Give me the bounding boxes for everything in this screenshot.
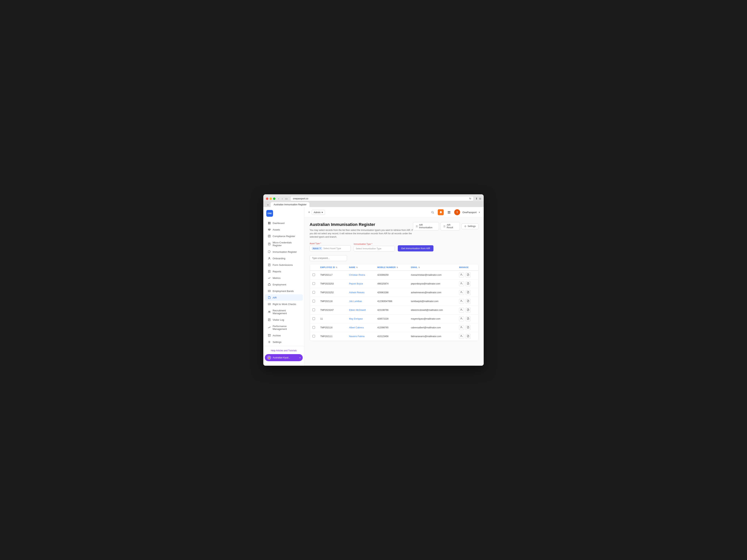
add-person-button[interactable]	[459, 334, 464, 339]
document-button[interactable]	[466, 334, 471, 339]
sidebar-item-employment[interactable]: Employment	[265, 281, 303, 288]
row-checkbox[interactable]	[312, 309, 315, 311]
sidebar-item-onboarding[interactable]: Onboarding	[265, 255, 303, 262]
address-bar[interactable]: onepassport.co ↻	[290, 196, 473, 201]
air-result-tab[interactable]: ☰ AIR Result	[441, 222, 460, 230]
add-person-button[interactable]	[459, 325, 464, 330]
row-checkbox[interactable]	[312, 335, 315, 338]
email-header[interactable]: EMAIL ⇅	[408, 264, 457, 270]
add-person-button[interactable]	[459, 290, 464, 295]
sidebar-toggle-button[interactable]: ▭	[284, 197, 288, 201]
row-checkbox[interactable]	[312, 282, 315, 285]
tab-label: Australian Immunisation Register	[274, 203, 306, 206]
row-checkbox[interactable]	[312, 300, 315, 302]
notification-button[interactable]	[438, 209, 444, 215]
workspace-dropdown[interactable]: Admin ▾	[312, 210, 325, 215]
close-traffic-light[interactable]	[266, 197, 268, 200]
add-person-button[interactable]	[459, 308, 464, 313]
row-checkbox[interactable]	[312, 317, 315, 320]
reload-icon[interactable]: ↻	[469, 197, 471, 200]
name-cell[interactable]: Albert Cabrera	[346, 323, 375, 332]
settings-tab[interactable]: ⚙ Settings	[461, 223, 479, 229]
name-cell[interactable]: Peponi Boyce	[346, 279, 375, 288]
sidebar-item-archive[interactable]: Archive	[265, 332, 303, 339]
add-person-button[interactable]	[459, 299, 464, 304]
get-immunisation-button[interactable]: Get immunisation from AIR	[398, 245, 434, 251]
sidebar-item-form-submissions[interactable]: Form Submissions	[265, 262, 303, 268]
name-cell[interactable]: Job Lumibao	[346, 297, 375, 306]
name-cell[interactable]: Eileen McDowell	[346, 306, 375, 315]
svg-point-26	[270, 311, 271, 312]
document-button[interactable]	[466, 308, 471, 313]
manage-cell	[457, 279, 478, 288]
sidebar-item-performance[interactable]: Performance Management	[265, 323, 303, 332]
employee-id-cell: 11	[318, 315, 346, 323]
sidebar: ONE Dashboard Assets	[263, 207, 304, 366]
document-button[interactable]	[466, 299, 471, 304]
active-tab[interactable]: Australian Immunisation Register	[271, 202, 309, 207]
sidebar-item-dashboard[interactable]: Dashboard	[265, 220, 303, 226]
svg-rect-1	[269, 222, 271, 223]
employee-id-header[interactable]: EMPLOYEE ID ⇅	[318, 264, 346, 270]
immunisation-type-input[interactable]: Select Immunisation Type	[354, 246, 395, 251]
document-button[interactable]	[466, 325, 471, 330]
add-person-button[interactable]	[459, 281, 464, 286]
manage-cell	[457, 306, 478, 315]
sidebar-item-employment-bands[interactable]: Employment Bands	[265, 288, 303, 294]
back-button[interactable]: ‹	[277, 197, 280, 201]
remove-tag-button[interactable]: ✕	[319, 247, 321, 249]
row-checkbox[interactable]	[312, 273, 315, 276]
new-window-button[interactable]: ⧉	[479, 197, 481, 200]
document-button[interactable]	[466, 316, 471, 321]
name-cell[interactable]: May Enriquez	[346, 315, 375, 323]
sidebar-item-reports[interactable]: Reports	[265, 268, 303, 274]
add-person-button[interactable]	[459, 316, 464, 321]
asset-type-input[interactable]: Admin ✕ Select Asset Type	[310, 245, 351, 251]
sort-icon: ⇅	[356, 266, 358, 268]
name-header[interactable]: NAME ⇅	[346, 264, 375, 270]
user-badge[interactable]: 🔒 Australian Kyud... ▾	[265, 354, 303, 361]
new-tab-button[interactable]: +	[266, 203, 270, 207]
sidebar-item-recruitment[interactable]: Recruitment Management	[265, 308, 303, 316]
row-checkbox[interactable]	[312, 291, 315, 294]
sidebar-item-label: Right to Work Checks	[273, 303, 296, 305]
sidebar-item-compliance-register[interactable]: Compliance Register	[265, 233, 303, 239]
name-cell[interactable]: Navarro Fatima	[346, 332, 375, 341]
forward-button[interactable]: ›	[281, 197, 284, 201]
sidebar-item-air[interactable]: AIR	[265, 294, 303, 301]
page-actions: ☰ AIR Immunisation ☰ AIR Result ⚙ Settin…	[413, 222, 479, 230]
document-button[interactable]	[466, 272, 471, 277]
sidebar-item-immunisation-register[interactable]: Immunisation Register	[265, 249, 303, 255]
table-row: TMP202116 Albert Cabrera 412098765 cabre…	[310, 323, 478, 332]
sidebar-item-visitor-log[interactable]: Visitor Log	[265, 317, 303, 323]
asset-placeholder: Select Asset Type	[323, 247, 341, 250]
sidebar-item-assets[interactable]: Assets	[265, 226, 303, 233]
air-immunisation-tab[interactable]: ☰ AIR Immunisation	[413, 222, 439, 230]
maximize-traffic-light[interactable]	[273, 197, 276, 200]
sidebar-item-micro-credentials[interactable]: Micro-Credentials Register	[265, 239, 303, 248]
sidebar-item-settings[interactable]: Settings	[265, 339, 303, 345]
name-cell[interactable]: Ashwin Reeves	[346, 288, 375, 297]
search-input[interactable]	[310, 255, 347, 261]
share-button[interactable]: ⬆	[475, 197, 478, 200]
search-button[interactable]	[430, 209, 436, 215]
help-link[interactable]: Help Articles and Tutorials	[265, 348, 303, 353]
document-button[interactable]	[466, 281, 471, 286]
table-row: TMP202111 Navarro Fatima 410123456 fatim…	[310, 332, 478, 341]
url-text: onepassport.co	[293, 197, 308, 200]
mobile-header[interactable]: MOBILE NUMBER ⇅	[375, 264, 408, 270]
user-name[interactable]: OnePassport	[462, 211, 476, 214]
sidebar-item-label: AIR	[273, 296, 277, 299]
row-checkbox[interactable]	[312, 326, 315, 329]
air-result-label: AIR Result	[447, 223, 457, 229]
minimize-traffic-light[interactable]	[269, 197, 272, 200]
document-button[interactable]	[466, 290, 471, 295]
sidebar-item-metrics[interactable]: Metrics	[265, 275, 303, 281]
name-cell[interactable]: Christian Rivera	[346, 270, 375, 279]
add-person-button[interactable]	[459, 272, 464, 277]
sidebar-item-right-to-work[interactable]: Right to Work Checks	[265, 301, 303, 307]
add-button[interactable]: +	[308, 210, 310, 214]
grid-toggle-button[interactable]	[446, 209, 452, 215]
mobile-cell: 496325874	[375, 279, 408, 288]
user-avatar[interactable]: T	[454, 209, 460, 215]
